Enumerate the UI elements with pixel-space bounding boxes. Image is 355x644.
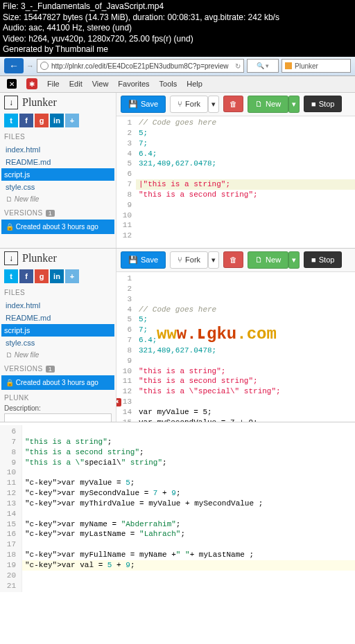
meta-gen: Generated by Thumbnail me [3,44,352,55]
description-input[interactable] [4,413,112,422]
line-gutter: 6789101112131415161718192021 [0,425,22,593]
meta-video: Video: h264, yuv420p, 1280x720, 25.00 fp… [3,34,352,45]
new-button[interactable]: 🗋 New [248,251,288,269]
code-area[interactable]: www.ʟgku.com // Code goes here5;7;6.4;32… [136,272,355,422]
plunker-title: Plunker [22,96,57,109]
twitter-icon[interactable]: t [4,269,18,283]
refresh-icon[interactable]: ↻ [235,62,241,70]
save-button[interactable]: 💾 Save [121,251,166,269]
linkedin-icon[interactable]: in [50,269,64,283]
created-info[interactable]: Created about 3 hours ago [1,220,114,234]
linkedin-icon[interactable]: in [50,114,64,127]
created-info[interactable]: Created about 3 hours ago [1,375,114,390]
tab-title: Plunker [295,62,318,70]
back-button[interactable]: ← [4,58,24,73]
plunker-toolbar: 💾 Save ⑂ Fork ▾ 🗑 🗋 New ▾ ■ Stop [116,249,355,272]
line-gutter: 123456789101112✖131415 [116,272,136,422]
delete-button[interactable]: 🗑 [223,96,243,112]
file-script[interactable]: script.js [1,168,114,181]
version-badge: 1 [46,366,55,373]
file-style[interactable]: style.css [4,181,112,193]
gplus-icon[interactable]: g [35,269,49,283]
plunker-favicon [285,62,292,69]
video-metadata: File: 3_-_Fundamentals_of_JavaScript.mp4… [0,0,355,57]
plunker-title: Plunker [22,252,57,265]
plunker-instance-2: ↓ Plunker t f g in + FILES index.html RE… [0,249,355,422]
menu-file[interactable]: File [47,80,60,88]
new-file-button[interactable]: New file [4,193,112,205]
meta-audio: Audio: aac, 44100 Hz, stereo (und) [3,23,352,34]
address-bar[interactable]: http://plnkr.co/edit/EE4DcoE21pEN3udbum8… [37,59,244,73]
search-box[interactable]: 🔍 ▾ [247,59,279,73]
delete-button[interactable]: 🗑 [223,251,243,268]
menu-help[interactable]: Help [187,80,202,88]
share-icon[interactable]: + [65,114,79,127]
versions-heading: VERSIONS1 [4,365,112,373]
plunk-heading: PLUNK [4,394,112,402]
browser-toolbar: ← → http://plnkr.co/edit/EE4DcoE21pEN3ud… [0,57,355,76]
fork-button[interactable]: ⑂ Fork [170,96,208,113]
file-index[interactable]: index.html [4,143,112,156]
plunker-instance-1: ↓ Plunker t f g in + FILES index.html RE… [0,93,355,249]
social-row: t f g in + [4,114,112,127]
menu-bar: ✕ ✱ File Edit View Favorites Tools Help [0,76,355,93]
file-style[interactable]: style.css [4,337,112,349]
plunker-toolbar: 💾 Save ⑂ Fork ▾ 🗑 🗋 New ▾ ■ Stop [116,93,355,116]
new-file-button[interactable]: New file [4,349,112,361]
forward-button[interactable]: → [26,62,34,70]
plunker-logo-icon[interactable]: ↓ [4,251,18,265]
code-area[interactable]: "this is a string";"this is a second str… [22,425,355,593]
fork-button[interactable]: ⑂ Fork [170,251,208,269]
new-button[interactable]: 🗋 New [248,96,288,113]
file-index[interactable]: index.html [4,299,112,312]
code-editor-2[interactable]: 123456789101112✖131415 www.ʟgku.com // C… [116,272,355,422]
gplus-icon[interactable]: g [35,114,49,127]
line-gutter: 123456789101112 [116,116,136,248]
meta-size: Size: 15447827 bytes (14.73 MiB), durati… [3,12,352,24]
menu-favorites[interactable]: Favorites [118,80,149,88]
meta-file: File: 3_-_Fundamentals_of_JavaScript.mp4 [3,1,352,12]
versions-heading: VERSIONS1 [4,209,112,217]
code-editor-3[interactable]: 6789101112131415161718192021 "this is a … [0,422,355,593]
url-text: http://plnkr.co/edit/EE4DcoE21pEN3udbum8… [51,62,228,70]
files-heading: FILES [4,133,112,141]
browser-tab[interactable]: Plunker [282,59,351,73]
sidebar: ↓ Plunker t f g in + FILES index.html RE… [0,249,116,422]
save-button[interactable]: 💾 Save [121,96,166,113]
file-readme[interactable]: README.md [4,312,112,324]
menu-view[interactable]: View [92,80,109,88]
files-heading: FILES [4,289,112,296]
social-row: t f g in + [4,269,112,283]
plunker-logo-icon[interactable]: ↓ [4,96,18,109]
new-dropdown[interactable]: ▾ [288,251,300,269]
globe-icon [40,62,49,70]
code-area[interactable]: // Code goes here5;7;6.4;321,489,627.047… [136,116,355,248]
version-badge: 1 [46,210,55,217]
close-icon[interactable]: ✕ [7,79,17,89]
stop-button[interactable]: ■ Stop [304,96,342,112]
sidebar: ↓ Plunker t f g in + FILES index.html RE… [0,93,116,248]
extension-icon[interactable]: ✱ [26,78,37,89]
code-editor-1[interactable]: 123456789101112 // Code goes here5;7;6.4… [116,116,355,248]
facebook-icon[interactable]: f [19,114,33,127]
file-readme[interactable]: README.md [4,156,112,168]
fork-dropdown[interactable]: ▾ [208,251,219,269]
new-dropdown[interactable]: ▾ [288,96,300,113]
facebook-icon[interactable]: f [19,269,33,283]
menu-tools[interactable]: Tools [159,80,178,88]
share-icon[interactable]: + [65,269,79,283]
description-label: Description: [4,404,112,412]
twitter-icon[interactable]: t [4,114,18,127]
menu-edit[interactable]: Edit [69,80,83,88]
stop-button[interactable]: ■ Stop [304,251,342,268]
file-script[interactable]: script.js [1,324,114,337]
fork-dropdown[interactable]: ▾ [208,96,219,113]
